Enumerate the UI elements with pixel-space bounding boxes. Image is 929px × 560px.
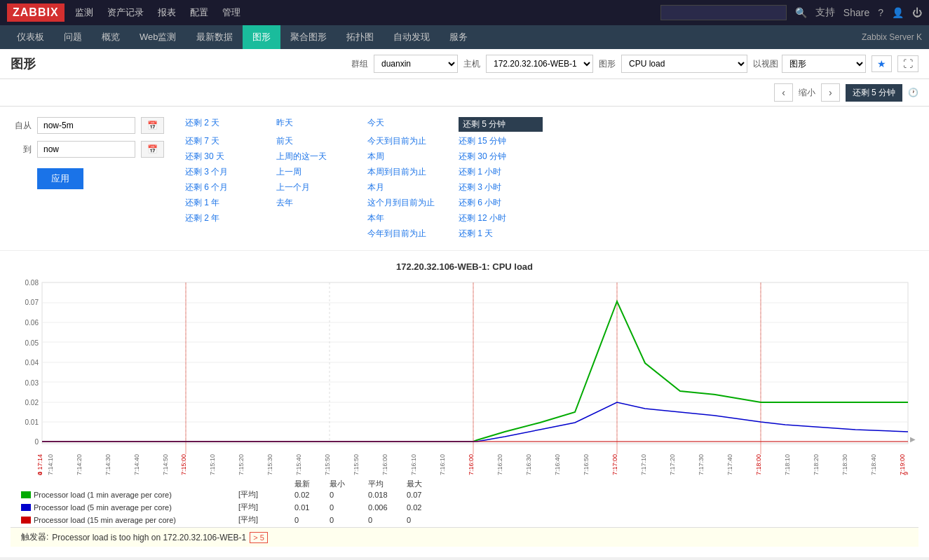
quick-today-sofar[interactable]: 今天到目前为止: [367, 135, 452, 147]
main-content: 自从 now-5m 📅 到 now 📅 应用 还剩 2 天 昨天 今天 还剩 5…: [0, 107, 929, 557]
nav-config[interactable]: 配置: [190, 6, 208, 19]
support-link[interactable]: 支持: [815, 6, 835, 19]
time-inputs: 自从 now-5m 📅 到 now 📅 应用: [14, 117, 164, 240]
quick-1year[interactable]: 还剩 1 年: [185, 197, 269, 209]
legend-color-15min: [21, 517, 31, 524]
chart-title: 172.20.32.106-WEB-1: CPU load: [11, 261, 918, 272]
view-mode-select[interactable]: 图形: [782, 55, 866, 73]
to-input[interactable]: now: [37, 141, 135, 158]
quick-6months[interactable]: 还剩 6 个月: [185, 182, 269, 193]
subnav-webmon[interactable]: Web监测: [130, 25, 187, 49]
quick-this-month[interactable]: 本月: [367, 182, 452, 193]
subnav-services[interactable]: 服务: [440, 25, 477, 49]
svg-text:17:15:40: 17:15:40: [295, 454, 302, 475]
svg-text:17:16:20: 17:16:20: [496, 454, 503, 475]
quick-last-year[interactable]: 去年: [276, 197, 360, 209]
quick-this-year-sofar[interactable]: 今年到目前为止: [367, 228, 452, 240]
legend-avg-15min: 0: [368, 516, 407, 524]
group-filter-select[interactable]: duanxin: [374, 55, 458, 73]
legend-min-15min: 0: [330, 516, 368, 524]
svg-text:17:16:00: 17:16:00: [468, 454, 475, 475]
svg-text:0.08: 0.08: [25, 279, 39, 287]
svg-text:17:14:10: 17:14:10: [47, 454, 54, 475]
subnav-overview[interactable]: 概览: [92, 25, 130, 49]
to-calendar-button[interactable]: 📅: [141, 141, 164, 158]
subnav-maps[interactable]: 拓扑图: [337, 25, 384, 49]
quick-2years[interactable]: 还剩 2 年: [185, 212, 269, 224]
nav-monitor[interactable]: 监测: [75, 6, 93, 19]
logo[interactable]: ZABBIX: [7, 4, 65, 22]
subnav-discovery[interactable]: 自动发现: [384, 25, 440, 49]
svg-text:17:15:50: 17:15:50: [353, 454, 360, 475]
legend-type-15min: [平均]: [238, 514, 294, 525]
svg-text:04-30 17:19: 04-30 17:19: [902, 472, 909, 475]
quick-30min[interactable]: 还剩 30 分钟: [459, 151, 543, 163]
subnav-problems[interactable]: 问题: [54, 25, 92, 49]
share-link[interactable]: Share: [843, 7, 869, 18]
quick-daybeforeyesterday[interactable]: 前天: [276, 135, 360, 147]
quick-3hours[interactable]: 还剩 3 小时: [459, 182, 543, 193]
user-icon[interactable]: 👤: [892, 7, 904, 18]
quick-this-week[interactable]: 本周: [367, 151, 452, 163]
quick-5min[interactable]: 还剩 5 分钟: [459, 117, 543, 132]
svg-text:0.05: 0.05: [25, 339, 39, 347]
quick-same-day-last-week[interactable]: 上周的这一天: [276, 151, 360, 163]
search-icon[interactable]: 🔍: [795, 7, 807, 18]
subnav-latest[interactable]: 最新数据: [187, 25, 243, 49]
graph-filter-select[interactable]: CPU load: [621, 55, 747, 73]
svg-text:0.04: 0.04: [25, 359, 39, 367]
quick-1hour[interactable]: 还剩 1 小时: [459, 166, 543, 178]
quick-1day[interactable]: 还剩 1 天: [459, 228, 543, 240]
svg-text:0.06: 0.06: [25, 319, 39, 327]
clock-icon[interactable]: 🕐: [908, 88, 918, 97]
nav-reports[interactable]: 报表: [158, 6, 176, 19]
from-label: 自从: [14, 120, 32, 132]
quick-30days[interactable]: 还剩 30 天: [185, 151, 269, 163]
quick-last-week[interactable]: 上一周: [276, 166, 360, 178]
trigger-value[interactable]: > 5: [250, 532, 268, 543]
from-calendar-button[interactable]: 📅: [141, 117, 164, 134]
group-filter-label: 群组: [351, 58, 368, 70]
legend-header-max: 最大: [407, 479, 445, 489]
favorite-button[interactable]: ★: [872, 55, 892, 72]
fullscreen-button[interactable]: ⛶: [897, 55, 918, 72]
legend-header-empty: [238, 479, 294, 489]
subnav-screens[interactable]: 聚合图形: [280, 25, 337, 49]
quick-2days[interactable]: 还剩 2 天: [185, 117, 269, 132]
svg-text:17:15:00: 17:15:00: [180, 454, 187, 475]
svg-text:17:18:20: 17:18:20: [813, 454, 820, 475]
legend-latest-5min: 0.01: [294, 503, 330, 512]
quick-7days[interactable]: 还剩 7 天: [185, 135, 269, 147]
quick-this-week-sofar[interactable]: 本周到目前为止: [367, 166, 452, 178]
prev-button[interactable]: ‹: [774, 83, 793, 102]
quick-12hours[interactable]: 还剩 12 小时: [459, 212, 543, 224]
next-button[interactable]: ›: [821, 83, 840, 102]
search-input[interactable]: [660, 5, 787, 20]
apply-button[interactable]: 应用: [37, 168, 83, 189]
quick-today[interactable]: 今天: [367, 117, 452, 132]
legend-row-1min: Processor load (1 min average per core) …: [21, 489, 918, 500]
quick-3months[interactable]: 还剩 3 个月: [185, 166, 269, 178]
host-filter-select[interactable]: 172.20.32.106-WEB-1: [486, 55, 593, 73]
legend-latest-15min: 0: [294, 516, 330, 524]
nav-assets[interactable]: 资产记录: [107, 6, 144, 19]
host-filter-label: 主机: [463, 58, 480, 70]
svg-text:▶: ▶: [910, 435, 916, 443]
subnav-dashboard[interactable]: 仪表板: [7, 25, 54, 49]
quick-15min[interactable]: 还剩 15 分钟: [459, 135, 543, 147]
subnav-graphs[interactable]: 图形: [243, 25, 280, 49]
quick-yesterday[interactable]: 昨天: [276, 117, 360, 132]
power-icon[interactable]: ⏻: [912, 7, 922, 18]
svg-text:17:14:40: 17:14:40: [133, 454, 140, 475]
svg-text:17:16:40: 17:16:40: [554, 454, 561, 475]
help-icon[interactable]: ?: [878, 7, 883, 18]
top-nav-links: 监测 资产记录 报表 配置 管理: [75, 6, 660, 19]
svg-text:17:16:30: 17:16:30: [525, 454, 532, 475]
quick-this-year[interactable]: 本年: [367, 212, 452, 224]
quick-this-month-sofar[interactable]: 这个月到目前为止: [367, 197, 452, 209]
quick-last-month[interactable]: 上一个月: [276, 182, 360, 193]
from-input[interactable]: now-5m: [37, 117, 135, 134]
quick-6hours[interactable]: 还剩 6 小时: [459, 197, 543, 209]
nav-admin[interactable]: 管理: [222, 6, 240, 19]
svg-text:17:17:20: 17:17:20: [669, 454, 676, 475]
